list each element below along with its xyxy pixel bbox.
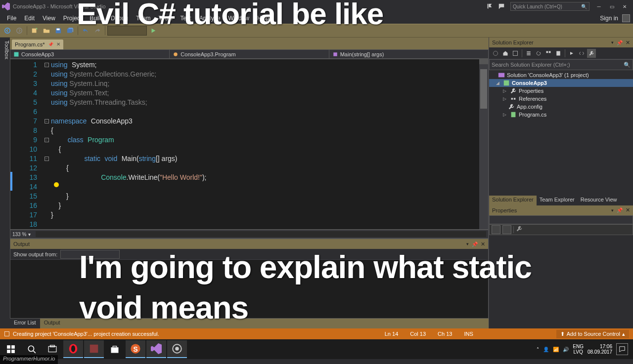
add-source-control-button[interactable]: ⬆Add to Source Control▴	[556, 330, 629, 338]
se-properties-icon[interactable]	[554, 49, 563, 58]
chevron-down-icon[interactable]: ▾	[28, 232, 31, 237]
properties-grid[interactable]	[489, 235, 633, 329]
action-center-icon[interactable]	[616, 343, 628, 355]
signin-link[interactable]: Sign in	[600, 15, 618, 22]
tab-error-list[interactable]: Error List	[10, 319, 40, 328]
taskbar-opera-icon[interactable]	[63, 340, 83, 358]
pin-icon[interactable]: 📌	[48, 42, 53, 47]
panel-options-icon[interactable]: ▾	[611, 40, 614, 45]
menu-view[interactable]: View	[39, 14, 59, 23]
menu-help[interactable]: Help	[253, 14, 273, 23]
tree-programcs-node[interactable]: ▷Program.cs	[489, 111, 633, 119]
code-editor[interactable]: 123456789101112131415161718 − − − − usin…	[10, 59, 489, 230]
alphabetical-icon[interactable]	[502, 225, 511, 234]
close-tab-icon[interactable]: ✕	[56, 41, 60, 47]
tree-properties-node[interactable]: ▷Properties	[489, 87, 633, 95]
tree-project-node[interactable]: ◢ConsoleApp3	[489, 79, 633, 87]
panel-options-icon[interactable]: ▾	[466, 242, 469, 246]
pin-icon[interactable]: 📌	[617, 40, 623, 45]
property-pages-icon[interactable]	[516, 225, 525, 234]
nav-fwd-button[interactable]	[14, 25, 25, 36]
close-panel-icon[interactable]: ✕	[481, 241, 485, 247]
output-header[interactable]: Output ▾ 📌 ✕	[10, 239, 488, 249]
system-tray[interactable]: ˄ 👤 📶 🔊 ENGLVQ 17:0608.09.2017	[537, 343, 632, 355]
menu-project[interactable]: Project	[59, 14, 86, 23]
nav-project-combo[interactable]: ConsoleApp3	[10, 50, 170, 59]
panel-options-icon[interactable]: ▾	[611, 208, 614, 213]
menu-build[interactable]: Build	[86, 14, 107, 23]
se-home-icon[interactable]	[501, 49, 510, 58]
se-showall-icon[interactable]	[544, 49, 553, 58]
tray-chevron-icon[interactable]: ˄	[537, 347, 539, 352]
taskbar-store-icon[interactable]	[105, 340, 125, 358]
tab-solution-explorer[interactable]: Solution Explorer	[489, 196, 537, 205]
minimize-button[interactable]: ─	[592, 1, 605, 11]
nav-class-combo[interactable]: ConsoleApp3.Program	[170, 50, 329, 59]
se-view-code-icon[interactable]	[577, 49, 586, 58]
save-all-button[interactable]	[65, 25, 76, 36]
menu-tools[interactable]: Tools	[155, 14, 177, 23]
open-file-button[interactable]	[41, 25, 52, 36]
solution-explorer-header[interactable]: Solution Explorer ▾ 📌 ✕	[489, 38, 633, 47]
solution-tree[interactable]: Solution 'ConsoleApp3' (1 project) ◢Cons…	[489, 70, 633, 196]
output-source-combo[interactable]	[60, 250, 120, 259]
tree-references-node[interactable]: ▷References	[489, 95, 633, 103]
properties-header[interactable]: Properties ▾ 📌 ✕	[489, 205, 633, 215]
save-button[interactable]	[53, 25, 64, 36]
nav-member-combo[interactable]: Main(string[] args)	[329, 50, 488, 59]
taskbar-visualstudio-icon[interactable]	[146, 340, 166, 358]
tree-appconfig-node[interactable]: App.config	[489, 103, 633, 111]
output-text[interactable]	[10, 260, 488, 318]
se-sync-icon[interactable]	[511, 49, 520, 58]
se-preview-icon[interactable]	[567, 49, 576, 58]
properties-object-combo[interactable]	[489, 215, 633, 224]
quick-launch-input[interactable]: Quick Launch (Ctrl+Q) 🔍	[510, 2, 589, 11]
tab-resource-view[interactable]: Resource View	[578, 196, 620, 205]
menu-window[interactable]: Window	[224, 14, 253, 23]
taskbar-app1-icon[interactable]	[84, 340, 104, 358]
nav-back-button[interactable]	[2, 25, 13, 36]
tray-people-icon[interactable]: 👤	[543, 347, 549, 352]
menu-test[interactable]: Test	[177, 14, 195, 23]
tab-output[interactable]: Output	[40, 319, 64, 328]
outlining-margin[interactable]: − − − −	[42, 59, 51, 229]
tree-solution-node[interactable]: Solution 'ConsoleApp3' (1 project)	[489, 71, 633, 79]
menu-debug[interactable]: Debug	[107, 14, 132, 23]
zoom-combo[interactable]: 133 %	[12, 232, 26, 237]
start-button[interactable]	[148, 25, 159, 36]
tray-volume-icon[interactable]: 🔊	[563, 347, 569, 352]
tray-wifi-icon[interactable]: 📶	[553, 347, 559, 352]
new-project-button[interactable]	[29, 25, 40, 36]
undo-button[interactable]	[80, 25, 91, 36]
code-text[interactable]: using System; using System.Collections.G…	[51, 59, 479, 229]
menu-edit[interactable]: Edit	[20, 14, 39, 23]
split-handle-icon[interactable]	[479, 59, 488, 64]
taskbar-skype-icon[interactable]: S	[126, 340, 145, 358]
menu-file[interactable]: File	[3, 14, 20, 23]
se-wrench-active-icon[interactable]	[587, 49, 596, 58]
pin-icon[interactable]: 📌	[617, 207, 623, 213]
menu-team[interactable]: Team	[132, 14, 154, 23]
close-panel-icon[interactable]: ✕	[626, 207, 630, 213]
maximize-button[interactable]: ▭	[605, 1, 618, 11]
pin-icon[interactable]: 📌	[472, 242, 478, 247]
close-button[interactable]: ✕	[618, 1, 631, 11]
se-back-icon[interactable]	[491, 49, 500, 58]
close-panel-icon[interactable]: ✕	[626, 40, 630, 46]
user-avatar-icon[interactable]	[622, 14, 630, 22]
solution-search-input[interactable]: Search Solution Explorer (Ctrl+;) 🔍	[489, 59, 633, 70]
scroll-thumb[interactable]	[480, 69, 487, 109]
redo-button[interactable]	[92, 25, 103, 36]
menu-analyze[interactable]: Analyze	[195, 14, 225, 23]
vertical-scrollbar[interactable]	[479, 59, 488, 229]
config-combo[interactable]	[107, 26, 147, 36]
file-tab-program[interactable]: Program.cs* 📌 ✕	[12, 40, 63, 49]
toolbox-panel-tab[interactable]: Toolbox	[0, 38, 10, 328]
taskbar-obs-icon[interactable]	[167, 340, 187, 358]
horizontal-scrollbar[interactable]	[36, 231, 486, 237]
categorized-icon[interactable]	[492, 225, 500, 234]
feedback-icon[interactable]	[497, 1, 506, 11]
se-refresh-icon[interactable]	[534, 49, 543, 58]
tab-team-explorer[interactable]: Team Explorer	[537, 196, 578, 205]
tray-clock[interactable]: 17:0608.09.2017	[588, 344, 612, 355]
